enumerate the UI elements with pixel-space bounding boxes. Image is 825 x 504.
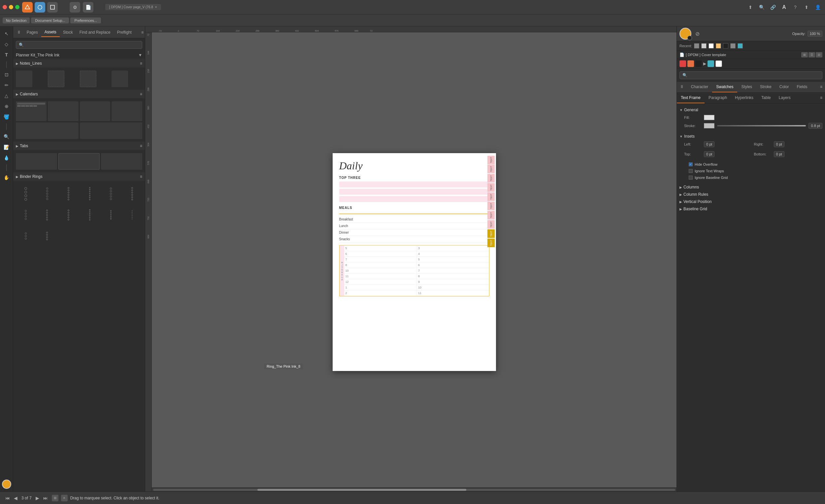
file-icon[interactable]: 📄: [83, 2, 93, 12]
color-chip-black[interactable]: [695, 60, 702, 67]
section-binder-rings[interactable]: ▶ Binder Rings ≡: [13, 172, 145, 181]
left-panel-menu[interactable]: ≡: [141, 30, 144, 34]
color-chip-cyan[interactable]: [707, 60, 714, 67]
top-inset-value[interactable]: 0 pt: [704, 151, 715, 157]
rtt-table[interactable]: Table: [757, 93, 775, 103]
recent-swatch-2[interactable]: [701, 43, 706, 49]
rt-stroke[interactable]: Stroke: [756, 82, 775, 92]
tab-assets[interactable]: Assets: [41, 28, 60, 37]
section-tabs[interactable]: ▶ Tabs ≡: [13, 142, 145, 150]
right-inset-value[interactable]: 0 pt: [774, 141, 784, 147]
binder-ring-3[interactable]: [58, 184, 79, 204]
maximize-button[interactable]: [15, 5, 19, 9]
side-tab-5[interactable]: TEXT: [487, 193, 495, 201]
prev-page-button[interactable]: ◀: [12, 495, 19, 501]
binder-ring-5[interactable]: [101, 184, 121, 204]
binder-ring-10[interactable]: [80, 205, 100, 225]
recent-swatch-6[interactable]: [730, 43, 736, 49]
stroke-color-box[interactable]: [704, 123, 715, 128]
swatches-search-input[interactable]: [679, 71, 822, 79]
tab-thumb-2[interactable]: [58, 153, 100, 170]
side-tab-7[interactable]: TEXT: [487, 211, 495, 219]
hide-overflow-checkbox[interactable]: ✓: [689, 162, 693, 166]
rtt-hyperlinks[interactable]: Hyperlinks: [731, 93, 757, 103]
list-view-icon[interactable]: ☰: [809, 52, 815, 57]
recent-swatch-4[interactable]: [716, 43, 721, 49]
node-tool[interactable]: ◇: [2, 40, 11, 49]
stroke-value[interactable]: 0.8 pt: [809, 123, 822, 129]
side-tab-3[interactable]: TEXT: [487, 174, 495, 183]
grid-view-icon[interactable]: ⊞: [801, 52, 808, 57]
calendar-thumb-4[interactable]: [111, 101, 142, 121]
thumbnail-item[interactable]: [16, 71, 32, 87]
tab-stock[interactable]: Stock: [60, 28, 76, 37]
note-tool[interactable]: 📝: [2, 143, 11, 152]
stroke-slider[interactable]: [717, 125, 806, 126]
rt-ii[interactable]: II: [677, 82, 687, 92]
section-menu-notes[interactable]: ≡: [140, 61, 142, 66]
side-tab-1[interactable]: TEXT: [487, 156, 495, 164]
scroll-track-h[interactable]: [153, 489, 675, 491]
rt-character[interactable]: Character: [687, 82, 712, 92]
binder-ring-12[interactable]: [123, 205, 143, 225]
calendar-thumb-wide-1[interactable]: [16, 123, 79, 139]
rtt-layers[interactable]: Layers: [775, 93, 795, 103]
pen-tool[interactable]: ✏: [2, 80, 11, 90]
fill-color-box[interactable]: [704, 115, 715, 120]
user-icon[interactable]: 👤: [813, 3, 822, 12]
preferences-button[interactable]: Preferences...: [70, 17, 101, 23]
recent-swatch-1[interactable]: [694, 43, 699, 49]
text-tool-icon[interactable]: A: [779, 3, 789, 12]
calendar-thumb-1[interactable]: [16, 101, 47, 121]
side-tab-4[interactable]: TEXT: [487, 183, 495, 192]
ignore-wraps-checkbox[interactable]: [689, 169, 693, 173]
zoom-tool[interactable]: 🔍: [2, 132, 11, 141]
section-menu-calendars[interactable]: ≡: [140, 92, 142, 96]
calendar-thumb-2[interactable]: [48, 101, 79, 121]
rtt-paragraph[interactable]: Paragraph: [704, 93, 731, 103]
move-tool[interactable]: ✋: [2, 173, 11, 182]
binder-ring-7[interactable]: [16, 205, 36, 225]
detail-view-icon[interactable]: ⊟: [816, 52, 822, 57]
type-tool[interactable]: T: [2, 50, 11, 59]
binder-ring-14[interactable]: [37, 226, 57, 246]
crop-tool[interactable]: ⊕: [2, 102, 11, 111]
tab-preflight[interactable]: Preflight: [114, 28, 135, 37]
section-menu-binder[interactable]: ≡: [140, 174, 142, 179]
thumbnail-item[interactable]: [80, 71, 96, 87]
link-icon[interactable]: 🔗: [768, 3, 777, 12]
thumbnail-item[interactable]: [111, 71, 128, 87]
shape-tool[interactable]: △: [2, 91, 11, 100]
thumbnail-item[interactable]: [48, 71, 64, 87]
section-calendars[interactable]: ▶ Calendars ≡: [13, 90, 145, 99]
column-rules-header[interactable]: ▶ Column Rules: [679, 191, 822, 198]
insets-section-header[interactable]: ▼ Insets: [679, 133, 822, 140]
color-chip-white[interactable]: [716, 60, 722, 67]
eyedropper-icon[interactable]: ⊘: [695, 31, 699, 37]
binder-ring-1[interactable]: [16, 184, 36, 204]
calendar-thumb-wide-2[interactable]: [80, 123, 143, 139]
stroke-color-circle[interactable]: [687, 35, 692, 40]
assets-search-input[interactable]: [16, 41, 142, 49]
binder-ring-6[interactable]: [123, 184, 143, 204]
rt-styles[interactable]: Styles: [737, 82, 756, 92]
last-page-button[interactable]: ⏭: [42, 495, 49, 501]
binder-ring-8[interactable]: [37, 205, 57, 225]
baseline-grid-header[interactable]: ▶ Baseline Grid: [679, 205, 822, 213]
recent-swatch-5[interactable]: [723, 43, 728, 49]
minimize-button[interactable]: [9, 5, 13, 9]
tab-thumb-1[interactable]: [16, 153, 57, 170]
close-button[interactable]: [3, 5, 7, 9]
side-tab-10[interactable]: TEXT: [487, 239, 495, 247]
fill-tool[interactable]: 🪣: [2, 112, 11, 122]
tab-ii[interactable]: II: [14, 28, 23, 37]
kit-selector[interactable]: Planner Kit_The Pink Ink ▼: [13, 52, 145, 59]
side-tab-9[interactable]: TEXT: [487, 229, 495, 238]
columns-header[interactable]: ▶ Columns: [679, 184, 822, 191]
binder-ring-11[interactable]: [101, 205, 121, 225]
side-tab-2[interactable]: TEXT: [487, 165, 495, 173]
cursor-tool[interactable]: ↖: [2, 29, 11, 38]
tab-pages[interactable]: Pages: [23, 28, 41, 37]
rt-color[interactable]: Color: [775, 82, 793, 92]
tab-close[interactable]: ×: [155, 5, 157, 9]
